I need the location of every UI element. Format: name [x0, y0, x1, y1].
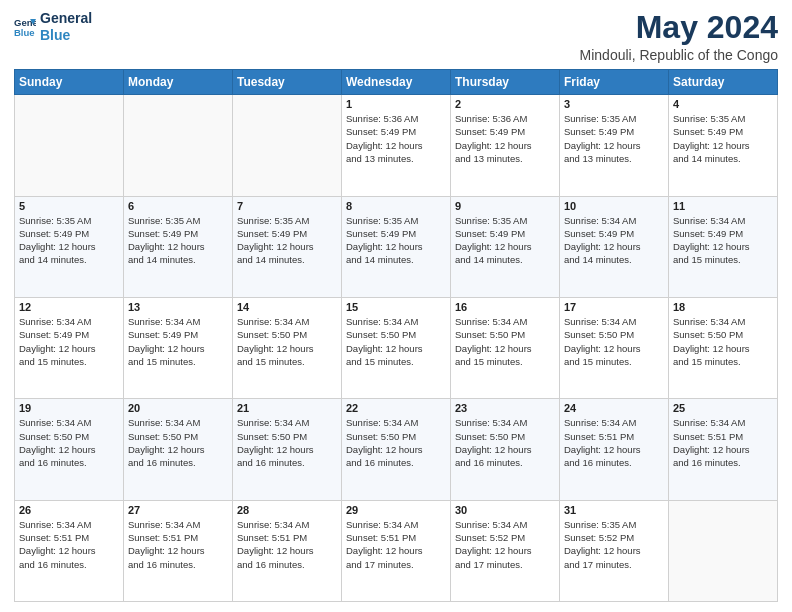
day-info: Sunrise: 5:35 AMSunset: 5:49 PMDaylight:…	[673, 112, 773, 165]
calendar-cell	[15, 95, 124, 196]
day-info: Sunrise: 5:34 AMSunset: 5:51 PMDaylight:…	[564, 416, 664, 469]
day-number: 22	[346, 402, 446, 414]
header: General Blue General Blue May 2024 Mindo…	[14, 10, 778, 63]
calendar-cell: 15Sunrise: 5:34 AMSunset: 5:50 PMDayligh…	[342, 297, 451, 398]
calendar-cell: 13Sunrise: 5:34 AMSunset: 5:49 PMDayligh…	[124, 297, 233, 398]
day-number: 26	[19, 504, 119, 516]
day-info: Sunrise: 5:35 AMSunset: 5:49 PMDaylight:…	[237, 214, 337, 267]
day-number: 21	[237, 402, 337, 414]
calendar-cell	[669, 500, 778, 601]
calendar-cell: 28Sunrise: 5:34 AMSunset: 5:51 PMDayligh…	[233, 500, 342, 601]
calendar-week-row: 12Sunrise: 5:34 AMSunset: 5:49 PMDayligh…	[15, 297, 778, 398]
calendar-cell: 5Sunrise: 5:35 AMSunset: 5:49 PMDaylight…	[15, 196, 124, 297]
calendar-cell: 8Sunrise: 5:35 AMSunset: 5:49 PMDaylight…	[342, 196, 451, 297]
day-info: Sunrise: 5:34 AMSunset: 5:50 PMDaylight:…	[237, 315, 337, 368]
calendar-week-row: 26Sunrise: 5:34 AMSunset: 5:51 PMDayligh…	[15, 500, 778, 601]
calendar-cell: 18Sunrise: 5:34 AMSunset: 5:50 PMDayligh…	[669, 297, 778, 398]
day-number: 3	[564, 98, 664, 110]
day-number: 11	[673, 200, 773, 212]
day-info: Sunrise: 5:35 AMSunset: 5:49 PMDaylight:…	[564, 112, 664, 165]
calendar-cell: 1Sunrise: 5:36 AMSunset: 5:49 PMDaylight…	[342, 95, 451, 196]
calendar-cell: 26Sunrise: 5:34 AMSunset: 5:51 PMDayligh…	[15, 500, 124, 601]
calendar-cell: 19Sunrise: 5:34 AMSunset: 5:50 PMDayligh…	[15, 399, 124, 500]
calendar-table: SundayMondayTuesdayWednesdayThursdayFrid…	[14, 69, 778, 602]
day-info: Sunrise: 5:35 AMSunset: 5:49 PMDaylight:…	[128, 214, 228, 267]
calendar-header-friday: Friday	[560, 70, 669, 95]
day-info: Sunrise: 5:34 AMSunset: 5:49 PMDaylight:…	[128, 315, 228, 368]
day-number: 20	[128, 402, 228, 414]
calendar-cell: 23Sunrise: 5:34 AMSunset: 5:50 PMDayligh…	[451, 399, 560, 500]
day-number: 28	[237, 504, 337, 516]
calendar-cell: 10Sunrise: 5:34 AMSunset: 5:49 PMDayligh…	[560, 196, 669, 297]
calendar-cell: 21Sunrise: 5:34 AMSunset: 5:50 PMDayligh…	[233, 399, 342, 500]
day-info: Sunrise: 5:35 AMSunset: 5:49 PMDaylight:…	[19, 214, 119, 267]
day-number: 19	[19, 402, 119, 414]
day-number: 31	[564, 504, 664, 516]
calendar-cell: 24Sunrise: 5:34 AMSunset: 5:51 PMDayligh…	[560, 399, 669, 500]
calendar-cell: 27Sunrise: 5:34 AMSunset: 5:51 PMDayligh…	[124, 500, 233, 601]
calendar-cell	[124, 95, 233, 196]
logo: General Blue General Blue	[14, 10, 92, 44]
calendar-cell: 16Sunrise: 5:34 AMSunset: 5:50 PMDayligh…	[451, 297, 560, 398]
calendar-header-saturday: Saturday	[669, 70, 778, 95]
calendar-cell: 12Sunrise: 5:34 AMSunset: 5:49 PMDayligh…	[15, 297, 124, 398]
day-info: Sunrise: 5:34 AMSunset: 5:50 PMDaylight:…	[455, 416, 555, 469]
day-info: Sunrise: 5:34 AMSunset: 5:50 PMDaylight:…	[564, 315, 664, 368]
subtitle: Mindouli, Republic of the Congo	[580, 47, 778, 63]
day-info: Sunrise: 5:34 AMSunset: 5:51 PMDaylight:…	[237, 518, 337, 571]
logo-general: General	[40, 10, 92, 27]
day-number: 1	[346, 98, 446, 110]
day-info: Sunrise: 5:34 AMSunset: 5:50 PMDaylight:…	[346, 315, 446, 368]
day-info: Sunrise: 5:34 AMSunset: 5:50 PMDaylight:…	[455, 315, 555, 368]
day-number: 15	[346, 301, 446, 313]
calendar-cell: 7Sunrise: 5:35 AMSunset: 5:49 PMDaylight…	[233, 196, 342, 297]
day-info: Sunrise: 5:36 AMSunset: 5:49 PMDaylight:…	[455, 112, 555, 165]
page: General Blue General Blue May 2024 Mindo…	[0, 0, 792, 612]
calendar-cell: 14Sunrise: 5:34 AMSunset: 5:50 PMDayligh…	[233, 297, 342, 398]
calendar-cell: 29Sunrise: 5:34 AMSunset: 5:51 PMDayligh…	[342, 500, 451, 601]
calendar-cell: 4Sunrise: 5:35 AMSunset: 5:49 PMDaylight…	[669, 95, 778, 196]
calendar-cell: 11Sunrise: 5:34 AMSunset: 5:49 PMDayligh…	[669, 196, 778, 297]
day-info: Sunrise: 5:34 AMSunset: 5:50 PMDaylight:…	[19, 416, 119, 469]
day-info: Sunrise: 5:35 AMSunset: 5:52 PMDaylight:…	[564, 518, 664, 571]
day-number: 13	[128, 301, 228, 313]
day-info: Sunrise: 5:36 AMSunset: 5:49 PMDaylight:…	[346, 112, 446, 165]
day-info: Sunrise: 5:34 AMSunset: 5:49 PMDaylight:…	[19, 315, 119, 368]
day-number: 23	[455, 402, 555, 414]
calendar-week-row: 19Sunrise: 5:34 AMSunset: 5:50 PMDayligh…	[15, 399, 778, 500]
day-info: Sunrise: 5:34 AMSunset: 5:51 PMDaylight:…	[346, 518, 446, 571]
calendar-cell: 22Sunrise: 5:34 AMSunset: 5:50 PMDayligh…	[342, 399, 451, 500]
calendar-cell: 6Sunrise: 5:35 AMSunset: 5:49 PMDaylight…	[124, 196, 233, 297]
calendar-header-tuesday: Tuesday	[233, 70, 342, 95]
day-info: Sunrise: 5:35 AMSunset: 5:49 PMDaylight:…	[455, 214, 555, 267]
calendar-cell: 9Sunrise: 5:35 AMSunset: 5:49 PMDaylight…	[451, 196, 560, 297]
day-number: 6	[128, 200, 228, 212]
calendar-week-row: 1Sunrise: 5:36 AMSunset: 5:49 PMDaylight…	[15, 95, 778, 196]
day-number: 5	[19, 200, 119, 212]
day-number: 14	[237, 301, 337, 313]
calendar-cell: 17Sunrise: 5:34 AMSunset: 5:50 PMDayligh…	[560, 297, 669, 398]
calendar-cell: 20Sunrise: 5:34 AMSunset: 5:50 PMDayligh…	[124, 399, 233, 500]
calendar-header-thursday: Thursday	[451, 70, 560, 95]
day-number: 17	[564, 301, 664, 313]
day-number: 9	[455, 200, 555, 212]
day-number: 16	[455, 301, 555, 313]
day-number: 10	[564, 200, 664, 212]
day-number: 18	[673, 301, 773, 313]
day-number: 29	[346, 504, 446, 516]
day-info: Sunrise: 5:34 AMSunset: 5:50 PMDaylight:…	[673, 315, 773, 368]
calendar-cell: 2Sunrise: 5:36 AMSunset: 5:49 PMDaylight…	[451, 95, 560, 196]
main-title: May 2024	[580, 10, 778, 45]
day-info: Sunrise: 5:34 AMSunset: 5:51 PMDaylight:…	[673, 416, 773, 469]
day-number: 27	[128, 504, 228, 516]
logo-icon: General Blue	[14, 16, 36, 38]
day-info: Sunrise: 5:34 AMSunset: 5:52 PMDaylight:…	[455, 518, 555, 571]
calendar-cell: 30Sunrise: 5:34 AMSunset: 5:52 PMDayligh…	[451, 500, 560, 601]
day-number: 8	[346, 200, 446, 212]
day-number: 25	[673, 402, 773, 414]
calendar-header-sunday: Sunday	[15, 70, 124, 95]
day-info: Sunrise: 5:34 AMSunset: 5:51 PMDaylight:…	[19, 518, 119, 571]
calendar-week-row: 5Sunrise: 5:35 AMSunset: 5:49 PMDaylight…	[15, 196, 778, 297]
logo-blue: Blue	[40, 27, 92, 44]
day-info: Sunrise: 5:34 AMSunset: 5:50 PMDaylight:…	[237, 416, 337, 469]
